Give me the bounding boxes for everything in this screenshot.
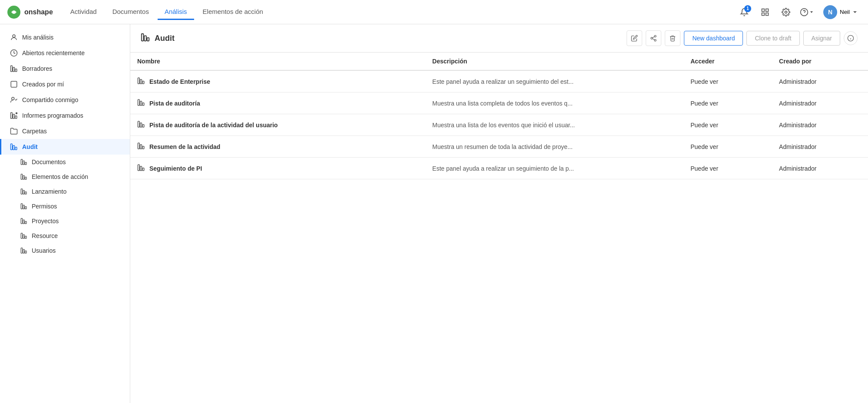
nav-analisis[interactable]: Análisis [158, 4, 194, 20]
cell-creator: Administrador [772, 136, 868, 158]
svg-rect-57 [142, 81, 144, 84]
sidebar-item-creados[interactable]: Creados por mí [0, 76, 130, 92]
svg-rect-58 [138, 99, 140, 106]
help-button[interactable] [799, 4, 815, 20]
info-button[interactable] [844, 31, 858, 45]
sidebar-item-carpetas[interactable]: Carpetas [0, 123, 130, 139]
svg-rect-60 [142, 103, 144, 106]
sidebar-item-usuarios[interactable]: Usuarios [0, 243, 130, 258]
nav-documentos[interactable]: Documentos [106, 4, 156, 20]
nav-elementos[interactable]: Elementos de acción [196, 4, 270, 20]
sidebar-item-borradores[interactable]: Borradores [0, 61, 130, 76]
sidebar-item-compartido[interactable]: Compartido conmigo [0, 92, 130, 108]
table-row[interactable]: Seguimiento de PIEste panel ayuda a real… [130, 158, 868, 179]
table-container: Nombre Descripción Acceder Creado por Es… [130, 53, 868, 403]
cell-access: Puede ver [683, 70, 772, 92]
cell-access: Puede ver [683, 114, 772, 136]
nav-links: Actividad Documentos Análisis Elementos … [63, 4, 726, 20]
table-row[interactable]: Resumen de la actividadMuestra un resume… [130, 136, 868, 158]
svg-rect-45 [144, 36, 146, 41]
cell-description: Muestra una lista completa de todos los … [426, 92, 684, 114]
grid-button[interactable] [757, 4, 773, 20]
edit-button[interactable] [627, 30, 642, 46]
cell-name: Estado de Enterprise [130, 71, 426, 92]
nav-actividad[interactable]: Actividad [63, 4, 104, 20]
row-name-text: Pista de auditoría de la actividad del u… [149, 122, 278, 129]
sidebar-label: Borradores [22, 65, 52, 72]
chevron-down-icon [852, 10, 858, 15]
svg-rect-34 [25, 207, 26, 209]
page-title: Audit [155, 34, 175, 43]
svg-point-9 [13, 35, 15, 37]
svg-rect-20 [11, 144, 13, 150]
svg-rect-14 [11, 81, 17, 87]
new-dashboard-button[interactable]: New dashboard [684, 31, 743, 46]
app-logo[interactable]: onshape [7, 5, 53, 19]
sidebar-item-informes[interactable]: Informes programados [0, 108, 130, 123]
top-navigation: onshape Actividad Documentos Análisis El… [0, 0, 868, 24]
svg-rect-66 [142, 146, 144, 149]
analytics-sub-icon [20, 232, 27, 239]
sidebar-item-audit[interactable]: Audit [0, 139, 130, 155]
table-row[interactable]: Pista de auditoríaMuestra una lista comp… [130, 92, 868, 114]
sidebar-item-mis-analisis[interactable]: Mis análisis [0, 30, 130, 45]
sidebar-item-abiertos[interactable]: Abiertos recientemente [0, 45, 130, 61]
svg-rect-26 [21, 174, 22, 179]
sidebar-item-elementos-sub[interactable]: Elementos de acción [0, 169, 130, 184]
svg-rect-3 [766, 9, 769, 11]
share-person-icon [10, 96, 18, 104]
table-row[interactable]: Pista de auditoría de la actividad del u… [130, 114, 868, 136]
trash-icon [669, 35, 676, 42]
cell-access: Puede ver [683, 158, 772, 179]
svg-rect-37 [25, 221, 26, 224]
svg-rect-28 [25, 177, 26, 179]
settings-button[interactable] [778, 4, 794, 20]
svg-point-47 [654, 35, 656, 37]
svg-rect-5 [766, 13, 769, 15]
svg-rect-27 [23, 175, 24, 179]
sidebar-item-documentos-sub[interactable]: Documentos [0, 155, 130, 169]
user-name: Neil [840, 9, 850, 15]
notifications-button[interactable]: 1 [736, 4, 752, 20]
sidebar-label: Resource [32, 232, 58, 239]
cell-access: Puede ver [683, 136, 772, 158]
share-button[interactable] [646, 30, 661, 46]
user-menu-button[interactable]: N Neil [820, 3, 861, 21]
cell-name: Pista de auditoría de la actividad del u… [130, 114, 426, 135]
analytics-sub-icon [20, 159, 27, 165]
svg-rect-30 [23, 190, 24, 194]
cell-name: Seguimiento de PI [130, 158, 426, 179]
col-nombre: Nombre [130, 53, 426, 70]
asignar-button: Asignar [803, 31, 840, 46]
sidebar-label: Carpetas [22, 128, 47, 135]
svg-rect-43 [25, 251, 26, 253]
row-name-text: Seguimiento de PI [149, 165, 202, 172]
cell-description: Este panel ayuda a realizar un seguimien… [426, 70, 684, 92]
svg-rect-35 [21, 218, 22, 224]
table-row[interactable]: Estado de EnterpriseEste panel ayuda a r… [130, 70, 868, 92]
sidebar-item-permisos[interactable]: Permisos [0, 199, 130, 214]
row-name-text: Resumen de la actividad [149, 143, 220, 150]
cell-creator: Administrador [772, 114, 868, 136]
svg-line-50 [653, 39, 655, 40]
sidebar-item-lanzamiento[interactable]: Lanzamiento [0, 184, 130, 199]
svg-rect-36 [23, 220, 24, 224]
svg-rect-40 [25, 236, 26, 238]
svg-point-15 [12, 97, 14, 100]
cell-description: Este panel ayuda a realizar un seguimien… [426, 158, 684, 179]
content-header: Audit [130, 24, 868, 53]
svg-rect-41 [21, 248, 22, 253]
svg-rect-13 [15, 69, 17, 72]
svg-point-6 [785, 11, 787, 13]
sidebar-label: Mis análisis [22, 34, 53, 41]
svg-rect-46 [147, 37, 149, 40]
sidebar-item-resource[interactable]: Resource [0, 228, 130, 243]
chart-icon [10, 65, 18, 73]
sidebar-item-proyectos[interactable]: Proyectos [0, 214, 130, 228]
svg-rect-29 [21, 189, 22, 194]
svg-rect-44 [142, 33, 144, 41]
sidebar-label: Elementos de acción [32, 173, 88, 180]
svg-point-19 [16, 112, 18, 115]
col-creado-por: Creado por [772, 53, 868, 70]
delete-button[interactable] [665, 30, 680, 46]
